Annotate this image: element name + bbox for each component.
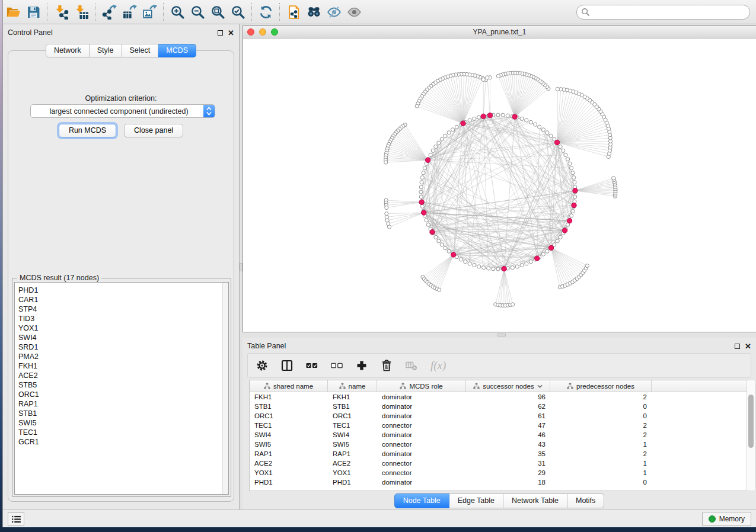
mcds-result-item[interactable]: PMA2 xyxy=(18,352,39,361)
cell: 29 xyxy=(466,469,550,476)
mcds-result-item[interactable]: ACE2 xyxy=(18,371,39,380)
refresh-layout-icon[interactable] xyxy=(256,3,276,21)
column-layout-icon[interactable] xyxy=(281,360,293,371)
settings-gear-icon[interactable] xyxy=(256,360,268,371)
right-region: YPA_prune.txt_1 Table Panel ✕ xyxy=(243,24,756,509)
mcds-result-list[interactable]: PHD1CAR1STP4TID3YOX1SWI4SRD1PMA2FKH1ACE2… xyxy=(14,282,229,495)
float-panel-icon[interactable] xyxy=(217,30,224,36)
tab-motifs[interactable]: Motifs xyxy=(567,493,604,508)
zoom-in-icon[interactable] xyxy=(167,3,187,21)
dropdown-stepper-icon xyxy=(203,105,215,117)
mcds-result-item[interactable]: STB5 xyxy=(18,380,39,390)
tab-node-table[interactable]: Node Table xyxy=(394,493,449,508)
column-header-successor-nodes[interactable]: successor nodes xyxy=(466,380,550,392)
mcds-result-item[interactable]: TID3 xyxy=(18,314,39,323)
node-table[interactable]: shared namenameMCDS rolesuccessor nodesp… xyxy=(249,380,751,491)
table-row[interactable]: RAP1RAP1dominator352 xyxy=(250,449,750,459)
network-window-titlebar[interactable]: YPA_prune.txt_1 xyxy=(243,26,756,39)
column-header-name[interactable]: name xyxy=(328,380,377,392)
cell: dominator xyxy=(377,393,466,400)
table-row[interactable]: ORC1ORC1dominator610 xyxy=(250,411,750,421)
close-table-panel-icon[interactable]: ✕ xyxy=(745,343,751,350)
run-mcds-button[interactable]: Run MCDS xyxy=(59,124,116,137)
cell: TEC1 xyxy=(250,422,328,429)
tab-mcds[interactable]: MCDS xyxy=(158,44,196,57)
mcds-result-item[interactable]: PHD1 xyxy=(18,286,39,295)
table-row[interactable]: PHD1PHD1dominator180 xyxy=(250,477,750,487)
column-header-MCDS-role[interactable]: MCDS role xyxy=(377,380,466,392)
table-row[interactable]: FKH1FKH1dominator962 xyxy=(250,392,750,402)
open-file-icon[interactable] xyxy=(3,3,23,21)
select-all-icon[interactable] xyxy=(306,360,318,371)
cell: dominator xyxy=(377,479,466,486)
mcds-result-item[interactable]: SWI4 xyxy=(18,333,39,342)
table-scrollbar-thumb[interactable] xyxy=(748,395,754,448)
network-view[interactable] xyxy=(243,39,756,332)
mcds-result-item[interactable]: SWI5 xyxy=(18,418,39,428)
toolbar-separator xyxy=(47,3,47,21)
mcds-result-item[interactable]: TEC1 xyxy=(18,428,39,437)
mcds-list-scrollbar[interactable] xyxy=(222,283,228,494)
tab-select[interactable]: Select xyxy=(122,44,159,57)
search-input[interactable] xyxy=(576,5,750,20)
horizontal-splitter[interactable] xyxy=(243,332,756,338)
cell: 0 xyxy=(550,412,652,419)
tab-edge-table[interactable]: Edge Table xyxy=(449,493,503,508)
optimization-criterion-label: Optimization criterion: xyxy=(8,94,234,102)
tab-network-table[interactable]: Network Table xyxy=(503,493,567,508)
mcds-result-item[interactable]: GCR1 xyxy=(18,437,39,447)
table-row[interactable]: SWI5SWI5connector431 xyxy=(250,440,750,449)
import-network-icon[interactable] xyxy=(51,3,71,21)
save-session-icon[interactable] xyxy=(23,3,43,21)
mcds-result-item[interactable]: STB1 xyxy=(18,409,39,418)
mcds-result-item[interactable]: FKH1 xyxy=(18,361,39,371)
cell: 62 xyxy=(466,403,550,410)
float-table-panel-icon[interactable] xyxy=(734,343,741,350)
mcds-result-item[interactable]: CAR1 xyxy=(18,295,39,305)
table-scrollbar[interactable] xyxy=(747,380,755,491)
cell: connector xyxy=(377,441,466,448)
mcds-result-item[interactable]: YOX1 xyxy=(18,323,39,333)
column-header-shared-name[interactable]: shared name xyxy=(250,380,328,392)
export-table-icon[interactable] xyxy=(119,3,139,21)
mcds-result-item[interactable]: STP4 xyxy=(18,305,39,314)
export-network-icon[interactable] xyxy=(99,3,119,21)
deselect-all-icon[interactable] xyxy=(331,360,343,371)
control-panel-header: Control Panel ✕ xyxy=(3,24,239,41)
column-header-predecessor-nodes[interactable]: predecessor nodes xyxy=(550,380,652,392)
horizontal-splitter-handle[interactable] xyxy=(497,334,506,336)
table-row[interactable]: SWI4SWI4dominator462 xyxy=(250,430,750,440)
cell: 2 xyxy=(550,422,652,429)
export-image-icon[interactable] xyxy=(139,3,160,21)
function-builder-icon[interactable]: f(x) xyxy=(430,359,446,372)
close-panel-button[interactable]: Close panel xyxy=(124,124,183,137)
zoom-out-icon[interactable] xyxy=(187,3,208,21)
delete-column-icon[interactable] xyxy=(381,360,393,371)
cell: STB1 xyxy=(250,403,328,410)
close-panel-icon[interactable]: ✕ xyxy=(228,30,234,36)
hide-selected-icon[interactable] xyxy=(324,3,344,21)
toolbar-separator xyxy=(95,3,95,21)
import-table-icon[interactable] xyxy=(71,3,91,21)
tab-style[interactable]: Style xyxy=(90,44,122,57)
show-all-icon[interactable] xyxy=(344,3,364,21)
task-history-button[interactable] xyxy=(8,512,24,525)
find-icon[interactable] xyxy=(304,3,324,21)
tab-network[interactable]: Network xyxy=(46,44,90,57)
criterion-dropdown[interactable]: largest connected component (undirected) xyxy=(30,104,215,118)
mcds-result-item[interactable]: ORC1 xyxy=(18,390,39,399)
zoom-selected-icon[interactable] xyxy=(228,3,248,21)
table-row[interactable]: STB1STB1dominator620 xyxy=(250,402,750,411)
table-row[interactable]: TEC1TEC1connector472 xyxy=(250,421,750,430)
zoom-fit-icon[interactable] xyxy=(208,3,228,21)
add-column-icon[interactable] xyxy=(356,360,368,371)
table-row[interactable]: YOX1YOX1connector291 xyxy=(250,468,750,477)
new-network-from-selection-icon[interactable] xyxy=(283,3,304,21)
network-window: YPA_prune.txt_1 xyxy=(243,25,756,332)
mcds-result-item[interactable]: SRD1 xyxy=(18,342,39,352)
memory-button[interactable]: Memory xyxy=(702,512,751,526)
table-row[interactable]: ACE2ACE2connector311 xyxy=(250,459,750,468)
mcds-result-item[interactable]: RAP1 xyxy=(18,399,39,409)
delete-table-icon[interactable] xyxy=(406,360,417,371)
cell: ORC1 xyxy=(328,412,377,419)
